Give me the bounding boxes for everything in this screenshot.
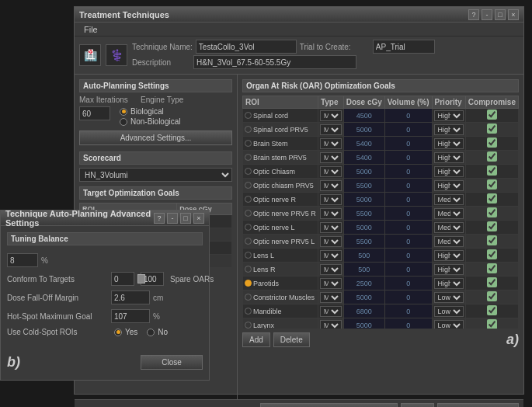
oar-type-select[interactable]: Max Dose [320, 306, 342, 317]
coldspot-yes[interactable]: Yes [114, 328, 137, 336]
oar-type-select[interactable]: Max Dose [320, 110, 342, 121]
coldspot-no[interactable]: No [147, 328, 168, 336]
oar-type-select[interactable]: Max Dose [320, 264, 342, 275]
oar-compromise-checkbox[interactable] [487, 179, 497, 190]
oar-compromise-checkbox[interactable] [487, 137, 497, 148]
oar-compromise-cell[interactable] [465, 137, 518, 151]
oar-compromise-cell[interactable] [465, 193, 518, 207]
oar-radio[interactable] [245, 266, 252, 273]
oar-priority-select[interactable]: High [434, 110, 464, 121]
technique-name-input[interactable] [196, 40, 297, 54]
add-button[interactable]: Add [242, 332, 270, 347]
non-biological-radio[interactable] [120, 118, 127, 126]
oar-radio[interactable] [245, 126, 252, 133]
oar-compromise-cell[interactable] [465, 249, 518, 263]
oar-priority-select[interactable]: Medium [434, 222, 464, 233]
oar-compromise-cell[interactable] [465, 304, 518, 318]
oar-compromise-cell[interactable] [465, 207, 518, 221]
oar-type-select[interactable]: Max Dose [320, 194, 342, 205]
close-button[interactable]: × [508, 9, 519, 20]
oar-compromise-cell[interactable] [465, 165, 518, 179]
oar-compromise-checkbox[interactable] [487, 305, 497, 315]
oar-type-select[interactable]: Max Dose [320, 124, 342, 135]
adv-close-button[interactable]: × [193, 213, 204, 224]
oar-compromise-checkbox[interactable] [487, 291, 497, 301]
file-menu[interactable]: File [79, 25, 103, 34]
tuning-input[interactable] [7, 253, 38, 267]
oar-compromise-checkbox[interactable] [487, 165, 497, 176]
oar-priority-select[interactable]: Medium [434, 208, 464, 219]
trial-input[interactable] [373, 40, 435, 54]
oar-compromise-cell[interactable] [465, 277, 518, 290]
maximize-button[interactable]: □ [495, 9, 506, 20]
oar-compromise-cell[interactable] [465, 123, 518, 137]
oar-priority-select[interactable]: High [434, 278, 464, 289]
desc-input[interactable] [193, 55, 356, 69]
coldspot-no-radio[interactable] [147, 329, 155, 336]
oar-compromise-cell[interactable] [465, 221, 518, 235]
oar-priority-select[interactable]: High [434, 152, 464, 163]
oar-compromise-checkbox[interactable] [487, 263, 497, 273]
oar-priority-select[interactable]: High [434, 138, 464, 149]
oar-compromise-checkbox[interactable] [487, 193, 497, 204]
engine-non-biological[interactable]: Non-Biological [120, 117, 180, 126]
oar-priority-select[interactable]: High [434, 250, 464, 261]
oar-priority-select[interactable]: Low [434, 292, 464, 303]
oar-radio[interactable] [245, 140, 252, 147]
oar-type-select[interactable]: Max Dose [320, 166, 342, 177]
oar-compromise-checkbox[interactable] [487, 207, 497, 217]
oar-compromise-checkbox[interactable] [487, 221, 497, 231]
oar-priority-select[interactable]: High [434, 166, 464, 177]
adv-maximize-button[interactable]: □ [180, 213, 191, 224]
oar-type-select[interactable]: Max Dose [320, 180, 342, 191]
oar-compromise-checkbox[interactable] [487, 235, 497, 245]
oar-radio[interactable] [245, 308, 252, 315]
max-iter-input[interactable] [79, 106, 110, 120]
adv-minimize-button[interactable]: - [167, 213, 178, 224]
oar-compromise-cell[interactable] [465, 235, 518, 249]
oar-radio[interactable] [245, 238, 252, 245]
oar-type-select[interactable]: Mean Dose [320, 292, 342, 303]
oar-priority-select[interactable]: Low [434, 306, 464, 317]
oar-compromise-cell[interactable] [465, 151, 518, 165]
adv-help-button[interactable]: ? [154, 213, 165, 224]
oar-radio[interactable] [245, 182, 252, 189]
oar-compromise-checkbox[interactable] [487, 249, 497, 259]
create-trial-button[interactable]: Create Technique from Current Trial [260, 403, 398, 407]
oar-radio[interactable] [245, 322, 252, 329]
coldspot-yes-radio[interactable] [114, 329, 122, 336]
oar-compromise-checkbox[interactable] [487, 110, 497, 120]
oar-priority-select[interactable]: Medium [434, 236, 464, 247]
hotspot-input[interactable] [111, 309, 150, 323]
oar-compromise-cell[interactable] [465, 290, 518, 304]
oar-radio[interactable] [245, 112, 252, 119]
help-button[interactable]: ? [468, 9, 479, 20]
oar-radio[interactable] [245, 252, 252, 259]
oar-type-select[interactable]: Max Dose [320, 152, 342, 163]
oar-type-select[interactable]: Max Dose [320, 236, 342, 247]
advanced-settings-button[interactable]: Advanced Settings... [79, 130, 232, 145]
oar-table-wrapper[interactable]: ROI Type Dose cGy Volume (%) Priority Co… [242, 96, 519, 329]
oar-compromise-cell[interactable] [465, 109, 518, 123]
oar-radio[interactable] [245, 168, 252, 175]
oar-radio[interactable] [245, 280, 252, 287]
engine-biological[interactable]: Biological [120, 107, 180, 116]
oar-type-select[interactable]: Max Dose [320, 208, 342, 219]
oar-radio[interactable] [245, 196, 252, 203]
oar-type-select[interactable]: Mean Dose [320, 278, 342, 289]
oar-priority-select[interactable]: Low [434, 320, 464, 329]
dose-fall-input[interactable] [111, 290, 150, 304]
oar-type-select[interactable]: Max Dose [320, 250, 342, 261]
scorecard-select[interactable]: HN_3Volumi [79, 168, 232, 182]
oar-compromise-checkbox[interactable] [487, 123, 497, 134]
oar-radio[interactable] [245, 210, 252, 217]
oar-priority-select[interactable]: High [434, 124, 464, 135]
oar-compromise-cell[interactable] [465, 179, 518, 193]
oar-priority-select[interactable]: Medium [434, 194, 464, 205]
oar-radio[interactable] [245, 154, 252, 161]
biological-radio[interactable] [120, 108, 127, 116]
oar-type-select[interactable]: Max Dose [320, 222, 342, 233]
apply-button[interactable]: Apply [401, 403, 434, 407]
oar-radio[interactable] [245, 294, 252, 301]
conform-min-input[interactable] [111, 272, 134, 286]
